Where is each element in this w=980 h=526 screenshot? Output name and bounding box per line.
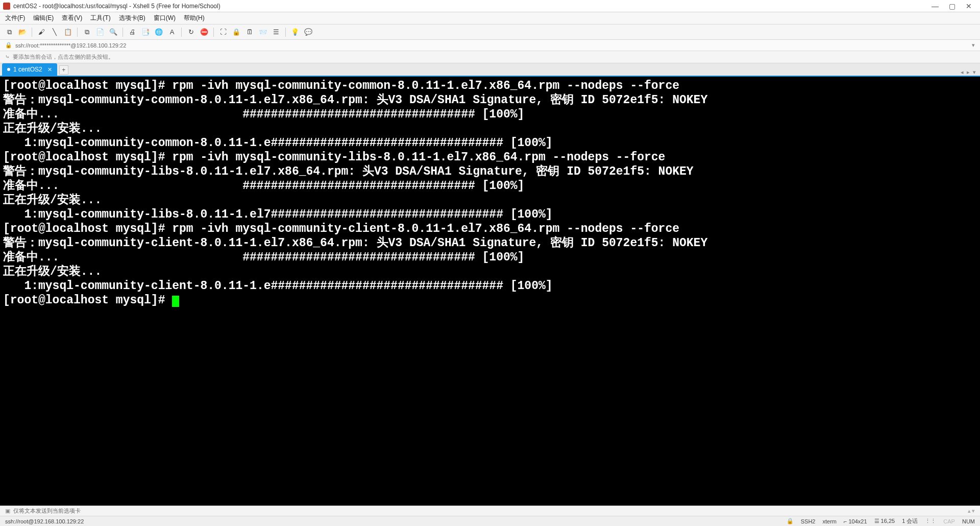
minimize-button[interactable]: — xyxy=(932,2,939,10)
highlight-icon[interactable]: 🖌 xyxy=(36,27,46,37)
tab-list-icon[interactable]: ▾ xyxy=(973,69,976,76)
lamp-icon[interactable]: 💡 xyxy=(290,27,300,37)
status-pos: ☰ 16,25 xyxy=(874,518,895,524)
separator xyxy=(32,28,32,37)
lock-icon: 🔒 xyxy=(5,42,12,49)
rows-icon[interactable]: ☰ xyxy=(271,27,281,37)
status-num: NUM xyxy=(962,518,975,524)
send-icon[interactable]: 📨 xyxy=(258,27,268,37)
status-connection: ssh://root@192.168.100.129:22 xyxy=(5,518,787,524)
tab-close-icon[interactable]: ✕ xyxy=(47,66,52,73)
scroll-buttons: ▴ ▾ xyxy=(968,508,975,514)
menu-window[interactable]: 窗口(W) xyxy=(154,14,176,22)
tab-add-button[interactable]: + xyxy=(59,65,68,75)
add-session-icon[interactable]: ⤷ xyxy=(5,54,10,60)
new-session-icon[interactable]: ⧉ xyxy=(4,27,14,37)
status-term: xterm xyxy=(822,518,837,524)
menu-file[interactable]: 文件(F) xyxy=(5,14,25,22)
tab-prev-icon[interactable]: ◂ xyxy=(961,69,964,76)
menu-tools[interactable]: 工具(T) xyxy=(90,14,110,22)
menu-tabs[interactable]: 选项卡(B) xyxy=(119,14,145,22)
window-title: centOS2 - root@localhost:/usr/local/mysq… xyxy=(13,3,932,10)
print-icon[interactable]: 🖨 xyxy=(127,27,137,37)
refresh-icon[interactable]: ↻ xyxy=(186,27,196,37)
tab-pager: ◂ ▸ ▾ xyxy=(961,69,980,76)
status-bar: ssh://root@192.168.100.129:22 🔒 SSH2 xte… xyxy=(0,516,980,526)
chat-icon[interactable]: 💬 xyxy=(303,27,313,37)
stop-icon[interactable]: ⛔ xyxy=(199,27,209,37)
scroll-up-icon[interactable]: ▴ xyxy=(968,508,971,514)
terminal-output[interactable]: [root@localhost mysql]# rpm -ivh mysql-c… xyxy=(0,77,980,506)
globe-icon[interactable]: 🌐 xyxy=(154,27,164,37)
lock-icon[interactable]: 🔒 xyxy=(231,27,241,37)
open-icon[interactable]: 📂 xyxy=(17,27,28,37)
tab-label: 1 centOS2 xyxy=(13,66,42,73)
tab-next-icon[interactable]: ▸ xyxy=(967,69,970,76)
separator xyxy=(213,28,214,37)
title-bar: centOS2 - root@localhost:/usr/local/mysq… xyxy=(0,0,980,12)
compose-hint: 仅将文本发送到当前选项卡 xyxy=(13,507,81,515)
tab-centos2[interactable]: 1 centOS2 ✕ xyxy=(2,63,57,76)
window-controls: — ▢ ✕ xyxy=(932,2,977,10)
toolbar: ⧉ 📂 🖌 ╲ 📋 ⧉ 📄 🔍 🖨 📑 🌐 A ↻ ⛔ ⛶ 🔒 🗓 📨 ☰ 💡 … xyxy=(0,25,980,40)
separator xyxy=(285,28,286,37)
scroll-down-icon[interactable]: ▾ xyxy=(972,508,975,514)
status-grip-icon: ⋮⋮ xyxy=(925,518,936,524)
close-button[interactable]: ✕ xyxy=(966,2,972,10)
paste-icon[interactable]: 📄 xyxy=(95,27,105,37)
font-icon[interactable]: A xyxy=(167,27,177,37)
brush-icon[interactable]: ╲ xyxy=(50,27,60,37)
status-right: 🔒 SSH2 xterm ⌐ 104x21 ☰ 16,25 1 会话 ⋮⋮ CA… xyxy=(787,517,975,525)
menu-bar: 文件(F) 编辑(E) 查看(V) 工具(T) 选项卡(B) 窗口(W) 帮助(… xyxy=(0,12,980,25)
terminal-cursor xyxy=(172,296,179,307)
status-lock-icon: 🔒 xyxy=(787,518,794,524)
address-bar: 🔒 ssh://root:**************@192.168.100.… xyxy=(0,40,980,51)
address-dropdown-icon[interactable]: ▾ xyxy=(972,42,975,49)
status-size: ⌐ 104x21 xyxy=(844,518,867,524)
terminal-icon: ▣ xyxy=(5,508,10,514)
separator xyxy=(181,28,182,37)
status-ssh: SSH2 xyxy=(801,518,816,524)
status-cap: CAP xyxy=(943,518,955,524)
tab-status-icon xyxy=(7,68,10,71)
menu-edit[interactable]: 编辑(E) xyxy=(33,14,54,22)
menu-help[interactable]: 帮助(H) xyxy=(184,14,205,22)
fullscreen-icon[interactable]: ⛶ xyxy=(218,27,228,37)
find-icon[interactable]: 🔍 xyxy=(108,27,118,37)
calendar-icon[interactable]: 🗓 xyxy=(244,27,255,37)
status-session: 1 会话 xyxy=(902,517,918,525)
address-text[interactable]: ssh://root:**************@192.168.100.12… xyxy=(15,42,126,49)
properties-icon[interactable]: 📋 xyxy=(63,27,73,37)
session-hint-bar: ⤷ 要添加当前会话，点击左侧的箭头按钮。 xyxy=(0,51,980,63)
maximize-button[interactable]: ▢ xyxy=(949,2,955,10)
session-hint-text: 要添加当前会话，点击左侧的箭头按钮。 xyxy=(13,53,114,61)
separator xyxy=(122,28,123,37)
menu-view[interactable]: 查看(V) xyxy=(62,14,82,22)
tab-strip: 1 centOS2 ✕ + ◂ ▸ ▾ xyxy=(0,63,980,77)
clipboard-icon[interactable]: 📑 xyxy=(140,27,151,37)
copy-icon[interactable]: ⧉ xyxy=(82,27,92,37)
app-icon xyxy=(3,3,10,10)
separator xyxy=(77,28,78,37)
compose-bar: ▣ 仅将文本发送到当前选项卡 ▴ ▾ xyxy=(0,506,980,516)
